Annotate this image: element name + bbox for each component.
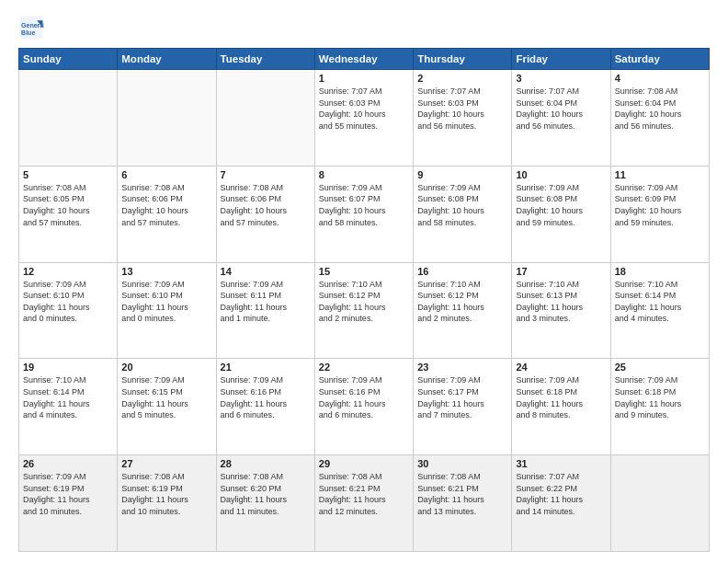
day-number: 30: [417, 458, 507, 469]
day-info: Sunrise: 7:10 AM Sunset: 6:13 PM Dayligh…: [516, 279, 606, 325]
calendar-cell: [118, 70, 216, 167]
calendar-cell: 24Sunrise: 7:09 AM Sunset: 6:18 PM Dayli…: [512, 359, 610, 455]
day-number: 4: [615, 73, 705, 84]
day-number: 16: [417, 266, 507, 277]
weekday-header-wednesday: Wednesday: [314, 49, 413, 70]
day-number: 22: [319, 362, 409, 373]
day-number: 6: [121, 169, 211, 180]
calendar-cell: 5Sunrise: 7:08 AM Sunset: 6:05 PM Daylig…: [19, 166, 118, 262]
header: General Blue: [18, 15, 710, 40]
day-number: 3: [516, 73, 606, 84]
day-info: Sunrise: 7:09 AM Sunset: 6:08 PM Dayligh…: [516, 182, 606, 228]
day-info: Sunrise: 7:10 AM Sunset: 6:14 PM Dayligh…: [615, 279, 705, 325]
day-info: Sunrise: 7:08 AM Sunset: 6:04 PM Dayligh…: [615, 86, 705, 132]
calendar-cell: [216, 70, 314, 167]
calendar-cell: 2Sunrise: 7:07 AM Sunset: 6:03 PM Daylig…: [414, 70, 512, 167]
calendar-cell: 14Sunrise: 7:09 AM Sunset: 6:11 PM Dayli…: [216, 262, 314, 359]
day-info: Sunrise: 7:09 AM Sunset: 6:07 PM Dayligh…: [319, 182, 409, 228]
day-number: 7: [221, 169, 311, 180]
weekday-header-friday: Friday: [512, 49, 610, 70]
day-info: Sunrise: 7:09 AM Sunset: 6:09 PM Dayligh…: [615, 182, 705, 228]
day-number: 24: [516, 362, 606, 373]
calendar-cell: 29Sunrise: 7:08 AM Sunset: 6:21 PM Dayli…: [314, 455, 413, 552]
day-info: Sunrise: 7:09 AM Sunset: 6:16 PM Dayligh…: [221, 374, 311, 420]
day-number: 1: [319, 73, 409, 84]
calendar-cell: 16Sunrise: 7:10 AM Sunset: 6:12 PM Dayli…: [414, 262, 512, 359]
calendar-cell: 11Sunrise: 7:09 AM Sunset: 6:09 PM Dayli…: [610, 166, 709, 262]
calendar-cell: 18Sunrise: 7:10 AM Sunset: 6:14 PM Dayli…: [610, 262, 709, 359]
day-info: Sunrise: 7:10 AM Sunset: 6:12 PM Dayligh…: [319, 279, 409, 325]
week-row-1: 1Sunrise: 7:07 AM Sunset: 6:03 PM Daylig…: [19, 70, 710, 167]
weekday-header-tuesday: Tuesday: [216, 49, 314, 70]
day-info: Sunrise: 7:10 AM Sunset: 6:12 PM Dayligh…: [417, 279, 507, 325]
calendar: SundayMondayTuesdayWednesdayThursdayFrid…: [18, 48, 710, 552]
day-number: 18: [615, 266, 705, 277]
calendar-cell: 25Sunrise: 7:09 AM Sunset: 6:18 PM Dayli…: [610, 359, 709, 455]
day-info: Sunrise: 7:09 AM Sunset: 6:10 PM Dayligh…: [121, 279, 211, 325]
weekday-header-row: SundayMondayTuesdayWednesdayThursdayFrid…: [19, 49, 710, 70]
calendar-cell: 13Sunrise: 7:09 AM Sunset: 6:10 PM Dayli…: [118, 262, 216, 359]
day-info: Sunrise: 7:08 AM Sunset: 6:05 PM Dayligh…: [23, 182, 113, 228]
page: General Blue SundayMondayTuesdayWednesda…: [0, 0, 728, 563]
day-number: 2: [417, 73, 507, 84]
calendar-cell: 31Sunrise: 7:07 AM Sunset: 6:22 PM Dayli…: [512, 455, 610, 552]
day-number: 23: [417, 362, 507, 373]
day-info: Sunrise: 7:09 AM Sunset: 6:19 PM Dayligh…: [23, 471, 113, 517]
weekday-header-saturday: Saturday: [610, 49, 709, 70]
calendar-cell: 23Sunrise: 7:09 AM Sunset: 6:17 PM Dayli…: [414, 359, 512, 455]
day-info: Sunrise: 7:09 AM Sunset: 6:08 PM Dayligh…: [417, 182, 507, 228]
weekday-header-sunday: Sunday: [19, 49, 118, 70]
calendar-cell: 20Sunrise: 7:09 AM Sunset: 6:15 PM Dayli…: [118, 359, 216, 455]
week-row-2: 5Sunrise: 7:08 AM Sunset: 6:05 PM Daylig…: [19, 166, 710, 262]
day-number: 31: [516, 458, 606, 469]
day-info: Sunrise: 7:07 AM Sunset: 6:22 PM Dayligh…: [516, 471, 606, 517]
day-info: Sunrise: 7:07 AM Sunset: 6:03 PM Dayligh…: [319, 86, 409, 132]
calendar-cell: 19Sunrise: 7:10 AM Sunset: 6:14 PM Dayli…: [19, 359, 118, 455]
day-number: 17: [516, 266, 606, 277]
day-info: Sunrise: 7:09 AM Sunset: 6:17 PM Dayligh…: [417, 374, 507, 420]
day-info: Sunrise: 7:09 AM Sunset: 6:18 PM Dayligh…: [615, 374, 705, 420]
day-info: Sunrise: 7:09 AM Sunset: 6:18 PM Dayligh…: [516, 374, 606, 420]
day-info: Sunrise: 7:08 AM Sunset: 6:21 PM Dayligh…: [417, 471, 507, 517]
calendar-cell: 26Sunrise: 7:09 AM Sunset: 6:19 PM Dayli…: [19, 455, 118, 552]
day-info: Sunrise: 7:08 AM Sunset: 6:20 PM Dayligh…: [221, 471, 311, 517]
day-number: 14: [221, 266, 311, 277]
calendar-cell: 1Sunrise: 7:07 AM Sunset: 6:03 PM Daylig…: [314, 70, 413, 167]
day-number: 12: [23, 266, 113, 277]
day-info: Sunrise: 7:09 AM Sunset: 6:15 PM Dayligh…: [121, 374, 211, 420]
day-number: 8: [319, 169, 409, 180]
calendar-cell: 28Sunrise: 7:08 AM Sunset: 6:20 PM Dayli…: [216, 455, 314, 552]
calendar-cell: 27Sunrise: 7:08 AM Sunset: 6:19 PM Dayli…: [118, 455, 216, 552]
calendar-cell: 8Sunrise: 7:09 AM Sunset: 6:07 PM Daylig…: [314, 166, 413, 262]
week-row-4: 19Sunrise: 7:10 AM Sunset: 6:14 PM Dayli…: [19, 359, 710, 455]
logo-icon: General Blue: [18, 15, 44, 40]
calendar-cell: [19, 70, 118, 167]
day-info: Sunrise: 7:08 AM Sunset: 6:19 PM Dayligh…: [121, 471, 211, 517]
day-number: 28: [221, 458, 311, 469]
calendar-cell: 30Sunrise: 7:08 AM Sunset: 6:21 PM Dayli…: [414, 455, 512, 552]
day-number: 25: [615, 362, 705, 373]
day-number: 11: [615, 169, 705, 180]
day-number: 15: [319, 266, 409, 277]
calendar-cell: 3Sunrise: 7:07 AM Sunset: 6:04 PM Daylig…: [512, 70, 610, 167]
calendar-cell: [610, 455, 709, 552]
day-info: Sunrise: 7:08 AM Sunset: 6:06 PM Dayligh…: [121, 182, 211, 228]
calendar-cell: 6Sunrise: 7:08 AM Sunset: 6:06 PM Daylig…: [118, 166, 216, 262]
day-number: 9: [417, 169, 507, 180]
calendar-cell: 22Sunrise: 7:09 AM Sunset: 6:16 PM Dayli…: [314, 359, 413, 455]
calendar-cell: 15Sunrise: 7:10 AM Sunset: 6:12 PM Dayli…: [314, 262, 413, 359]
calendar-cell: 9Sunrise: 7:09 AM Sunset: 6:08 PM Daylig…: [414, 166, 512, 262]
day-number: 29: [319, 458, 409, 469]
day-number: 21: [221, 362, 311, 373]
calendar-cell: 21Sunrise: 7:09 AM Sunset: 6:16 PM Dayli…: [216, 359, 314, 455]
day-number: 5: [23, 169, 113, 180]
week-row-3: 12Sunrise: 7:09 AM Sunset: 6:10 PM Dayli…: [19, 262, 710, 359]
logo: General Blue: [18, 15, 48, 40]
day-info: Sunrise: 7:09 AM Sunset: 6:16 PM Dayligh…: [319, 374, 409, 420]
day-number: 26: [23, 458, 113, 469]
calendar-cell: 17Sunrise: 7:10 AM Sunset: 6:13 PM Dayli…: [512, 262, 610, 359]
calendar-cell: 7Sunrise: 7:08 AM Sunset: 6:06 PM Daylig…: [216, 166, 314, 262]
day-info: Sunrise: 7:09 AM Sunset: 6:10 PM Dayligh…: [23, 279, 113, 325]
week-row-5: 26Sunrise: 7:09 AM Sunset: 6:19 PM Dayli…: [19, 455, 710, 552]
day-info: Sunrise: 7:07 AM Sunset: 6:03 PM Dayligh…: [417, 86, 507, 132]
